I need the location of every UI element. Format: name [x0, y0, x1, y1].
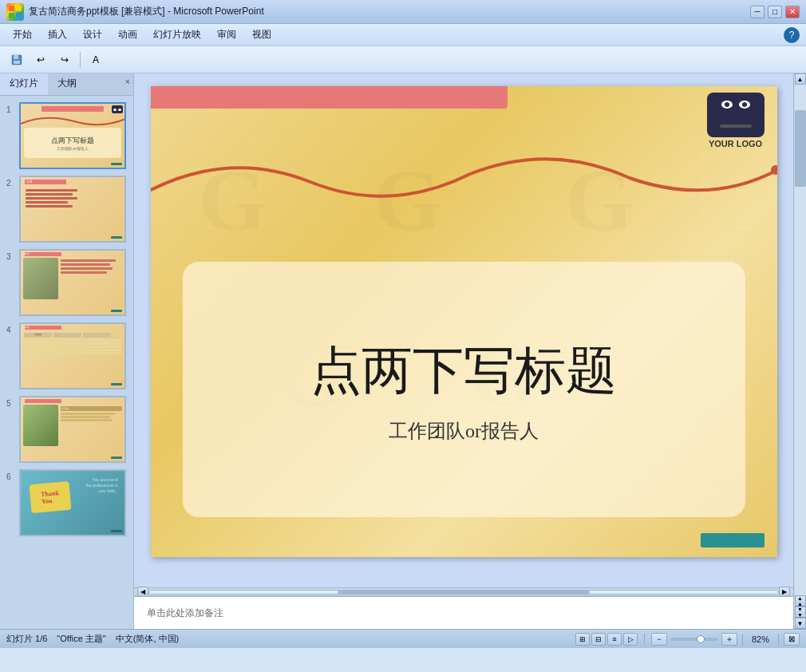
main-area: 幻灯片 大纲 × 1 点两下写标题 工作团队or报告人: [0, 73, 806, 629]
list-item: 4 标题 列标题: [6, 322, 127, 389]
language-info: 中文(简体, 中国): [116, 633, 179, 645]
vscroll-thumb[interactable]: [795, 110, 806, 187]
status-bar: 幻灯片 1/6 "Office 主题" 中文(简体, 中国) ⊞ ⊟ ≡ ▷ －…: [0, 629, 806, 648]
toolbar: ↩ ↪ A: [0, 46, 806, 73]
list-item: 5 文字块: [6, 396, 127, 463]
wave-svg: [151, 134, 777, 214]
vscroll-page-up[interactable]: ▲▲: [795, 595, 806, 607]
minimize-button[interactable]: ─: [750, 6, 765, 18]
panel-close-button[interactable]: ×: [125, 77, 130, 86]
menu-start[interactable]: 开始: [6, 26, 38, 43]
notes-hint[interactable]: 单击此处添加备注: [147, 607, 223, 620]
save-button[interactable]: [6, 50, 27, 69]
vscroll-track[interactable]: [795, 85, 806, 595]
svg-rect-5: [14, 55, 18, 59]
toolbar-divider: [80, 52, 81, 68]
svg-rect-0: [9, 6, 14, 11]
slide-number-3: 3: [6, 249, 16, 261]
format-button[interactable]: A: [85, 50, 106, 69]
slide-subtitle[interactable]: 工作团队or报告人: [389, 418, 539, 444]
vscroll-page-down[interactable]: ▼▼: [795, 607, 806, 618]
vertical-scrollbar: ▲ ▲▲ ▼▼ ▼: [793, 73, 806, 629]
slide-thumb-4[interactable]: 标题 列标题: [19, 322, 126, 389]
menu-slideshow[interactable]: 幻灯片放映: [147, 26, 207, 43]
logo-nose: [720, 125, 752, 128]
slide-number-1: 1: [6, 102, 16, 114]
zoom-minus-button[interactable]: －: [651, 633, 667, 646]
normal-view-button[interactable]: ⊞: [575, 633, 590, 646]
svg-rect-1: [16, 6, 22, 11]
slide-content-box: 点两下写标题 工作团队or报告人: [183, 262, 745, 517]
menu-view[interactable]: 视图: [246, 26, 278, 43]
slide-sorter-button[interactable]: ⊟: [591, 633, 606, 646]
status-divider: [644, 634, 645, 645]
logo-pupil-left: [725, 102, 729, 107]
redo-button[interactable]: ↪: [54, 50, 75, 69]
horizontal-scrollbar[interactable]: ◀ ▶: [134, 587, 793, 595]
menu-design[interactable]: 设计: [77, 26, 109, 43]
slide-top-bar: [151, 86, 508, 109]
status-divider3: [778, 634, 779, 645]
view-buttons: ⊞ ⊟ ≡ ▷: [575, 633, 638, 646]
slide-thumb-1[interactable]: 点两下写标题 工作团队or报告人: [19, 102, 126, 169]
slide-thumbnails: 1 点两下写标题 工作团队or报告人: [0, 96, 133, 543]
slide-bottom-bar: [701, 533, 765, 547]
menu-review[interactable]: 审阅: [211, 26, 243, 43]
status-right: ⊞ ⊟ ≡ ▷ － ＋ 82% ⊠: [575, 633, 800, 646]
maximize-button[interactable]: □: [768, 6, 782, 18]
zoom-plus-button[interactable]: ＋: [721, 633, 737, 646]
slide-info: 幻灯片 1/6: [6, 633, 47, 645]
slide-number-6: 6: [6, 469, 16, 481]
menu-animation[interactable]: 动画: [112, 26, 144, 43]
fit-window-button[interactable]: ⊠: [784, 633, 800, 646]
zoom-level: 82%: [748, 634, 773, 644]
list-item: 1 点两下写标题 工作团队or报告人: [6, 102, 127, 169]
title-bar-left: 复古简洁商务ppt模板 [兼容模式] - Microsoft PowerPoin…: [6, 3, 264, 21]
slide-number-2: 2: [6, 176, 16, 188]
title-bar: 复古简洁商务ppt模板 [兼容模式] - Microsoft PowerPoin…: [0, 0, 806, 24]
logo-image: [707, 93, 765, 137]
theme-info: "Office 主题": [57, 633, 105, 645]
svg-rect-2: [9, 13, 14, 18]
slide-thumb-6[interactable]: ThankYou You are one ofthe professional …: [19, 469, 126, 536]
logo-pupil-right: [742, 102, 747, 107]
window-controls: ─ □ ✕: [750, 6, 800, 18]
hscroll-track[interactable]: [148, 590, 779, 595]
logo-eye-left: [721, 101, 733, 109]
close-button[interactable]: ✕: [785, 6, 800, 18]
list-item: 2 目录: [6, 176, 127, 243]
vscroll-down-arrow[interactable]: ▼: [795, 618, 806, 629]
slide-thumb-5[interactable]: 文字块: [19, 396, 126, 463]
status-divider2: [742, 634, 743, 645]
window-title: 复古简洁商务ppt模板 [兼容模式] - Microsoft PowerPoin…: [29, 5, 264, 18]
svg-rect-3: [16, 13, 22, 18]
list-item: 3 标题: [6, 249, 127, 316]
svg-rect-6: [14, 61, 20, 64]
tab-slides[interactable]: 幻灯片: [0, 73, 48, 95]
menu-insert[interactable]: 插入: [41, 26, 73, 43]
slide-area-wrapper: YOUR LOGO G G G G G 点两下写标题: [134, 73, 793, 629]
undo-button[interactable]: ↩: [30, 50, 51, 69]
main-with-scroll: YOUR LOGO G G G G G 点两下写标题: [134, 73, 806, 629]
slide-thumb-2[interactable]: 目录: [19, 176, 126, 243]
reading-view-button[interactable]: ≡: [607, 633, 622, 646]
help-button[interactable]: ?: [784, 27, 800, 43]
slide-thumb-3[interactable]: 标题: [19, 249, 126, 316]
slideshow-view-button[interactable]: ▷: [623, 633, 638, 646]
status-left: 幻灯片 1/6 "Office 主题" 中文(简体, 中国): [6, 633, 179, 645]
office-logo-icon: [6, 3, 24, 21]
slide-number-4: 4: [6, 322, 16, 334]
zoom-slider-thumb[interactable]: [697, 635, 705, 643]
logo-eyes: [721, 101, 750, 109]
zoom-slider[interactable]: [670, 638, 718, 641]
vscroll-up-arrow[interactable]: ▲: [795, 73, 806, 85]
tab-outline[interactable]: 大纲: [48, 73, 86, 95]
notes-area: 单击此处添加备注: [134, 595, 793, 629]
slide-number-5: 5: [6, 396, 16, 408]
slide-main-title[interactable]: 点两下写标题: [310, 336, 617, 405]
slide-canvas: YOUR LOGO G G G G G 点两下写标题: [151, 86, 777, 557]
slide-panel: 幻灯片 大纲 × 1 点两下写标题 工作团队or报告人: [0, 73, 134, 629]
panel-tabs: 幻灯片 大纲 ×: [0, 73, 133, 96]
menu-bar: 开始 插入 设计 动画 幻灯片放映 审阅 视图 ?: [0, 24, 806, 46]
hscroll-thumb[interactable]: [338, 591, 589, 594]
